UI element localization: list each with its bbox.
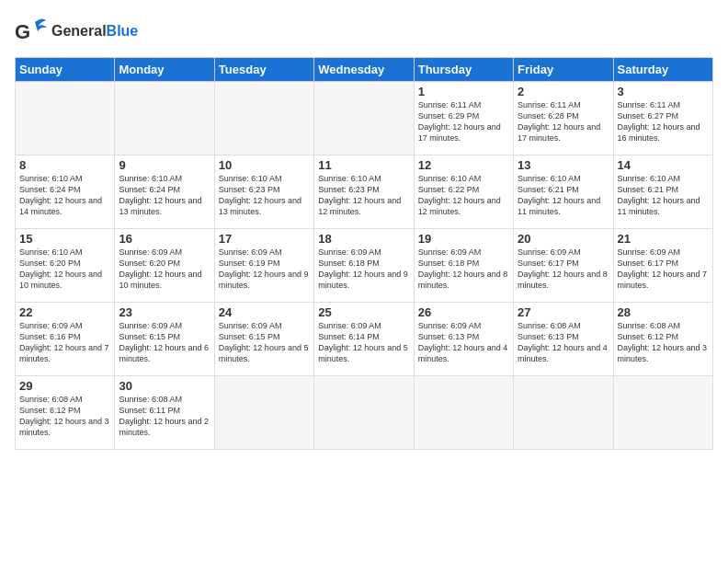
cell-info: Sunrise: 6:08 AMSunset: 6:12 PMDaylight:… bbox=[19, 395, 109, 437]
calendar-cell: 3Sunrise: 6:11 AMSunset: 6:27 PMDaylight… bbox=[613, 82, 712, 155]
cell-info: Sunrise: 6:09 AMSunset: 6:14 PMDaylight:… bbox=[318, 321, 408, 363]
day-number: 21 bbox=[618, 232, 709, 246]
cell-info: Sunrise: 6:09 AMSunset: 6:18 PMDaylight:… bbox=[418, 247, 508, 290]
calendar-cell: 10Sunrise: 6:10 AMSunset: 6:23 PMDayligh… bbox=[214, 155, 313, 229]
svg-text:G: G bbox=[15, 20, 30, 43]
col-header-monday: Monday bbox=[115, 58, 214, 82]
cell-info: Sunrise: 6:08 AMSunset: 6:12 PMDaylight:… bbox=[618, 321, 708, 363]
cell-info: Sunrise: 6:08 AMSunset: 6:13 PMDaylight:… bbox=[518, 321, 608, 363]
calendar-cell: 21Sunrise: 6:09 AMSunset: 6:17 PMDayligh… bbox=[613, 229, 712, 303]
day-number: 1 bbox=[418, 85, 509, 98]
col-header-thursday: Thursday bbox=[414, 58, 513, 82]
calendar-week-4: 29Sunrise: 6:08 AMSunset: 6:12 PMDayligh… bbox=[16, 376, 713, 450]
calendar-week-2: 15Sunrise: 6:10 AMSunset: 6:20 PMDayligh… bbox=[16, 229, 713, 303]
logo-icon: G bbox=[15, 15, 48, 48]
col-header-sunday: Sunday bbox=[16, 58, 115, 82]
calendar-cell: 2Sunrise: 6:11 AMSunset: 6:28 PMDaylight… bbox=[514, 82, 613, 155]
day-number: 10 bbox=[219, 158, 310, 172]
day-number: 3 bbox=[618, 85, 709, 98]
calendar-cell bbox=[314, 82, 414, 155]
calendar-cell: 26Sunrise: 6:09 AMSunset: 6:13 PMDayligh… bbox=[414, 303, 513, 376]
cell-info: Sunrise: 6:11 AMSunset: 6:27 PMDaylight:… bbox=[618, 100, 700, 143]
cell-info: Sunrise: 6:10 AMSunset: 6:23 PMDaylight:… bbox=[219, 174, 301, 216]
day-number: 12 bbox=[418, 158, 509, 172]
calendar-cell bbox=[414, 376, 513, 450]
day-number: 17 bbox=[219, 232, 310, 246]
calendar-cell: 23Sunrise: 6:09 AMSunset: 6:15 PMDayligh… bbox=[115, 303, 214, 376]
calendar-week-3: 22Sunrise: 6:09 AMSunset: 6:16 PMDayligh… bbox=[16, 303, 713, 376]
cell-info: Sunrise: 6:09 AMSunset: 6:19 PMDaylight:… bbox=[219, 247, 309, 290]
cell-info: Sunrise: 6:09 AMSunset: 6:13 PMDaylight:… bbox=[418, 321, 508, 363]
page-container: G GeneralBlue SundayMondayTuesdayWednesd… bbox=[0, 0, 728, 459]
calendar-cell: 28Sunrise: 6:08 AMSunset: 6:12 PMDayligh… bbox=[613, 303, 712, 376]
cell-info: Sunrise: 6:10 AMSunset: 6:22 PMDaylight:… bbox=[418, 174, 501, 216]
calendar-cell bbox=[214, 82, 313, 155]
calendar-cell: 11Sunrise: 6:10 AMSunset: 6:23 PMDayligh… bbox=[314, 155, 414, 229]
header: G GeneralBlue bbox=[15, 15, 713, 48]
cell-info: Sunrise: 6:10 AMSunset: 6:23 PMDaylight:… bbox=[318, 174, 401, 216]
cell-info: Sunrise: 6:09 AMSunset: 6:18 PMDaylight:… bbox=[318, 247, 408, 290]
calendar-cell: 29Sunrise: 6:08 AMSunset: 6:12 PMDayligh… bbox=[16, 376, 115, 450]
calendar-cell: 12Sunrise: 6:10 AMSunset: 6:22 PMDayligh… bbox=[414, 155, 513, 229]
logo: G GeneralBlue bbox=[15, 15, 138, 48]
day-number: 16 bbox=[119, 232, 210, 246]
calendar-cell: 17Sunrise: 6:09 AMSunset: 6:19 PMDayligh… bbox=[214, 229, 313, 303]
calendar-cell: 25Sunrise: 6:09 AMSunset: 6:14 PMDayligh… bbox=[314, 303, 414, 376]
calendar-cell: 22Sunrise: 6:09 AMSunset: 6:16 PMDayligh… bbox=[16, 303, 115, 376]
day-number: 27 bbox=[518, 305, 609, 319]
calendar-cell: 24Sunrise: 6:09 AMSunset: 6:15 PMDayligh… bbox=[214, 303, 313, 376]
cell-info: Sunrise: 6:09 AMSunset: 6:16 PMDaylight:… bbox=[19, 321, 109, 363]
day-number: 24 bbox=[219, 305, 310, 319]
calendar-cell bbox=[115, 82, 214, 155]
day-number: 11 bbox=[318, 158, 409, 172]
calendar-cell: 8Sunrise: 6:10 AMSunset: 6:24 PMDaylight… bbox=[16, 155, 115, 229]
day-number: 22 bbox=[19, 305, 110, 319]
cell-info: Sunrise: 6:10 AMSunset: 6:21 PMDaylight:… bbox=[518, 174, 600, 216]
calendar-cell: 18Sunrise: 6:09 AMSunset: 6:18 PMDayligh… bbox=[314, 229, 414, 303]
day-number: 13 bbox=[518, 158, 609, 172]
cell-info: Sunrise: 6:09 AMSunset: 6:17 PMDaylight:… bbox=[518, 247, 608, 290]
col-header-tuesday: Tuesday bbox=[214, 58, 313, 82]
calendar-week-1: 8Sunrise: 6:10 AMSunset: 6:24 PMDaylight… bbox=[16, 155, 713, 229]
calendar-cell: 15Sunrise: 6:10 AMSunset: 6:20 PMDayligh… bbox=[16, 229, 115, 303]
calendar-cell: 30Sunrise: 6:08 AMSunset: 6:11 PMDayligh… bbox=[115, 376, 214, 450]
calendar-cell: 16Sunrise: 6:09 AMSunset: 6:20 PMDayligh… bbox=[115, 229, 214, 303]
calendar-cell bbox=[613, 376, 712, 450]
cell-info: Sunrise: 6:11 AMSunset: 6:28 PMDaylight:… bbox=[518, 100, 600, 143]
cell-info: Sunrise: 6:09 AMSunset: 6:17 PMDaylight:… bbox=[618, 247, 708, 290]
calendar-cell bbox=[314, 376, 414, 450]
cell-info: Sunrise: 6:10 AMSunset: 6:24 PMDaylight:… bbox=[19, 174, 102, 216]
calendar-week-0: 1Sunrise: 6:11 AMSunset: 6:29 PMDaylight… bbox=[16, 82, 713, 155]
calendar-cell bbox=[514, 376, 613, 450]
col-header-friday: Friday bbox=[514, 58, 613, 82]
day-number: 18 bbox=[318, 232, 409, 246]
day-number: 26 bbox=[418, 305, 509, 319]
day-number: 30 bbox=[119, 379, 210, 393]
col-header-wednesday: Wednesday bbox=[314, 58, 414, 82]
calendar-cell: 13Sunrise: 6:10 AMSunset: 6:21 PMDayligh… bbox=[514, 155, 613, 229]
calendar-table: SundayMondayTuesdayWednesdayThursdayFrid… bbox=[15, 57, 713, 450]
day-number: 15 bbox=[19, 232, 110, 246]
day-number: 14 bbox=[618, 158, 709, 172]
calendar-cell: 9Sunrise: 6:10 AMSunset: 6:24 PMDaylight… bbox=[115, 155, 214, 229]
calendar-cell: 19Sunrise: 6:09 AMSunset: 6:18 PMDayligh… bbox=[414, 229, 513, 303]
day-number: 25 bbox=[318, 305, 409, 319]
day-number: 29 bbox=[19, 379, 110, 393]
calendar-cell bbox=[214, 376, 313, 450]
calendar-cell: 27Sunrise: 6:08 AMSunset: 6:13 PMDayligh… bbox=[514, 303, 613, 376]
day-number: 23 bbox=[119, 305, 210, 319]
cell-info: Sunrise: 6:09 AMSunset: 6:15 PMDaylight:… bbox=[119, 321, 209, 363]
cell-info: Sunrise: 6:08 AMSunset: 6:11 PMDaylight:… bbox=[119, 395, 209, 437]
header-row: SundayMondayTuesdayWednesdayThursdayFrid… bbox=[16, 58, 713, 82]
cell-info: Sunrise: 6:10 AMSunset: 6:24 PMDaylight:… bbox=[119, 174, 201, 216]
logo-general: General bbox=[51, 23, 107, 39]
day-number: 2 bbox=[518, 85, 609, 98]
day-number: 19 bbox=[418, 232, 509, 246]
day-number: 8 bbox=[19, 158, 110, 172]
cell-info: Sunrise: 6:10 AMSunset: 6:20 PMDaylight:… bbox=[19, 247, 102, 290]
cell-info: Sunrise: 6:09 AMSunset: 6:20 PMDaylight:… bbox=[119, 247, 201, 290]
calendar-cell: 14Sunrise: 6:10 AMSunset: 6:21 PMDayligh… bbox=[613, 155, 712, 229]
cell-info: Sunrise: 6:10 AMSunset: 6:21 PMDaylight:… bbox=[618, 174, 700, 216]
calendar-cell: 1Sunrise: 6:11 AMSunset: 6:29 PMDaylight… bbox=[414, 82, 513, 155]
calendar-cell: 20Sunrise: 6:09 AMSunset: 6:17 PMDayligh… bbox=[514, 229, 613, 303]
